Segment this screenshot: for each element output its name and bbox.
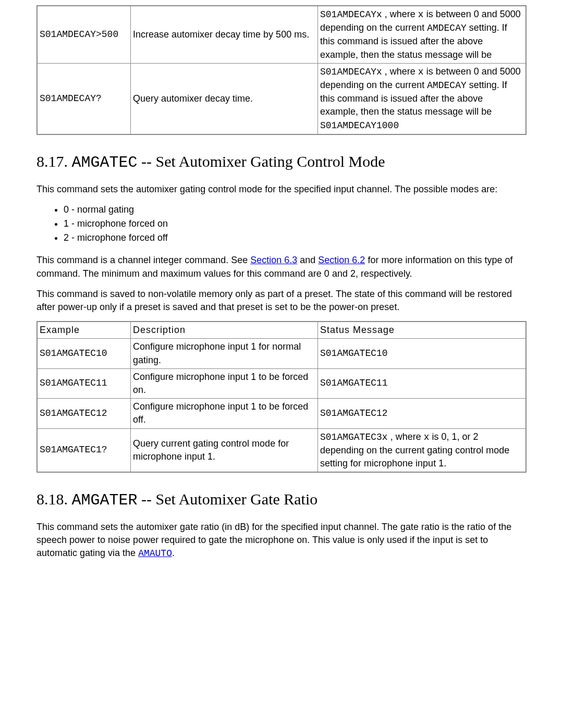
amgatec-table: Example Description Status Message S01AM… bbox=[36, 321, 527, 473]
th-example: Example bbox=[37, 322, 131, 339]
amgatec-preset-para: This command is saved to non-volatile me… bbox=[36, 288, 527, 314]
status-cell: S01AMDECAYx , where x is between 0 and 5… bbox=[318, 63, 527, 134]
description-cell: Query current gating control mode for mi… bbox=[131, 428, 318, 472]
amgatec-intro: This command sets the automixer gating c… bbox=[36, 183, 527, 196]
table-row: S01AMDECAY>500 Increase automixer decay … bbox=[37, 6, 526, 63]
status-cell: S01AMGATEC12 bbox=[318, 399, 527, 428]
example-cell: S01AMGATEC1? bbox=[37, 428, 131, 472]
table-row: S01AMGATEC1? Query current gating contro… bbox=[37, 428, 526, 472]
table-row: S01AMGATEC11 Configure microphone input … bbox=[37, 368, 526, 398]
th-description: Description bbox=[131, 322, 318, 339]
list-item: 1 - microphone forced on bbox=[64, 217, 527, 230]
example-cell: S01AMDECAY>500 bbox=[37, 6, 131, 63]
status-cell: S01AMGATEC10 bbox=[318, 339, 527, 368]
amgatec-modes-list: 0 - normal gating 1 - microphone forced … bbox=[36, 203, 527, 245]
amdecay-table: S01AMDECAY>500 Increase automixer decay … bbox=[36, 5, 527, 135]
description-cell: Increase automixer decay time by 500 ms. bbox=[131, 6, 318, 63]
amgatec-channel-para: This command is a channel integer comman… bbox=[36, 254, 527, 280]
status-cell: S01AMDECAYx , where x is between 0 and 5… bbox=[318, 6, 527, 63]
section-heading-amgatec: 8.17. AMGATEC -- Set Automixer Gating Co… bbox=[36, 151, 527, 174]
link-section-6-2[interactable]: Section 6.2 bbox=[318, 255, 365, 265]
link-section-6-3[interactable]: Section 6.3 bbox=[250, 255, 297, 265]
description-cell: Query automixer decay time. bbox=[131, 63, 318, 134]
table-header-row: Example Description Status Message bbox=[37, 322, 526, 339]
description-cell: Configure microphone input 1 to be force… bbox=[131, 399, 318, 428]
status-cell: S01AMGATEC11 bbox=[318, 368, 527, 398]
description-cell: Configure microphone input 1 to be force… bbox=[131, 368, 318, 398]
status-cell: S01AMGATEC3x , where x is 0, 1, or 2 dep… bbox=[318, 428, 527, 472]
list-item: 0 - normal gating bbox=[64, 203, 527, 216]
th-status: Status Message bbox=[318, 322, 527, 339]
example-cell: S01AMGATEC11 bbox=[37, 368, 131, 398]
table-row: S01AMGATEC12 Configure microphone input … bbox=[37, 399, 526, 428]
description-cell: Configure microphone input 1 for normal … bbox=[131, 339, 318, 368]
example-cell: S01AMDECAY? bbox=[37, 63, 131, 134]
table-row: S01AMGATEC10 Configure microphone input … bbox=[37, 339, 526, 368]
example-cell: S01AMGATEC12 bbox=[37, 399, 131, 428]
section-heading-amgater: 8.18. AMGATER -- Set Automixer Gate Rati… bbox=[36, 488, 527, 511]
list-item: 2 - microphone forced off bbox=[64, 231, 527, 244]
link-amauto[interactable]: AMAUTO bbox=[138, 548, 172, 559]
table-row: S01AMDECAY? Query automixer decay time. … bbox=[37, 63, 526, 134]
example-cell: S01AMGATEC10 bbox=[37, 339, 131, 368]
amgater-intro: This command sets the automixer gate rat… bbox=[36, 521, 527, 561]
